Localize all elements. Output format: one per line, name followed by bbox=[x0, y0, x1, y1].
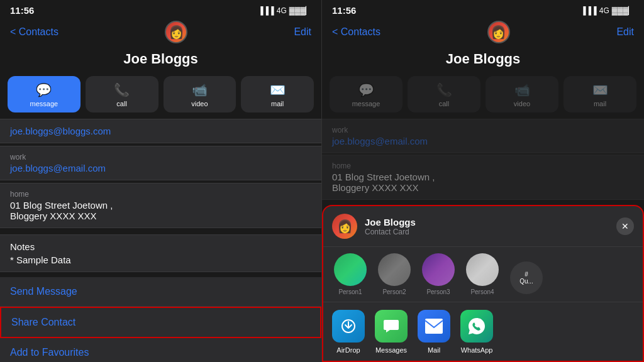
whatsapp-label: WhatsApp bbox=[461, 346, 493, 354]
share-sheet-close-button[interactable]: ✕ bbox=[616, 217, 634, 235]
left-notes-value: * Sample Data bbox=[10, 255, 311, 265]
left-email-work[interactable]: joe.bloggs@email.com bbox=[10, 163, 311, 173]
share-sheet-subtitle: Contact Card bbox=[365, 228, 609, 236]
message-icon: 💬 bbox=[36, 82, 52, 97]
share-contacts-row: Person1 Person2 Person3 Person4 #Qu... bbox=[323, 247, 643, 302]
right-contact-name: Joe Bloggs bbox=[322, 48, 644, 74]
right-nav-bar: < Contacts 👩 Edit bbox=[322, 18, 644, 48]
share-contact-avatar-2 bbox=[378, 253, 411, 286]
left-email-work-label: work bbox=[10, 153, 311, 162]
share-app-messages[interactable]: Messages bbox=[375, 310, 408, 354]
share-contact-item-1[interactable]: Person1 bbox=[332, 253, 369, 295]
right-action-button-video[interactable]: 📹 video bbox=[486, 76, 558, 112]
share-contact-name-2: Person2 bbox=[382, 288, 406, 295]
share-contact-item-3[interactable]: Person3 bbox=[420, 253, 457, 295]
left-email-personal[interactable]: joe.bloggs@bloggs.com bbox=[10, 126, 311, 136]
share-apps-row: AirDrop Messages Mail bbox=[323, 302, 643, 361]
battery-icon: ▓▓▓▏ bbox=[289, 6, 311, 15]
right-email-work-section: work joe.bloggs@email.com bbox=[322, 119, 644, 153]
share-avatar-face: 👩 bbox=[337, 219, 353, 234]
left-notes-section: Notes * Sample Data bbox=[0, 234, 321, 272]
share-sheet-header: 👩 Joe Bloggs Contact Card ✕ bbox=[323, 206, 643, 247]
svg-rect-1 bbox=[425, 319, 443, 334]
messages-icon bbox=[375, 310, 408, 343]
left-phone-panel: 11:56 ▐▐▐ 4G ▓▓▓▏ < Contacts 👩 Edit Joe … bbox=[0, 0, 322, 362]
share-app-mail[interactable]: Mail bbox=[418, 310, 450, 354]
share-contact-item-2[interactable]: Person2 bbox=[376, 253, 413, 295]
share-contact-avatar-1 bbox=[334, 253, 367, 286]
whatsapp-icon bbox=[460, 310, 493, 343]
action-button-call[interactable]: 📞 call bbox=[86, 76, 158, 112]
right-back-button[interactable]: < Contacts bbox=[332, 26, 380, 38]
left-address: 01 Blog Street Joetown ,Bloggery XXXX XX… bbox=[10, 200, 311, 221]
left-email-work-section: work joe.bloggs@email.com bbox=[0, 146, 321, 180]
left-back-button[interactable]: < Contacts bbox=[10, 26, 58, 38]
close-icon: ✕ bbox=[621, 221, 629, 231]
right-action-buttons: 💬 message 📞 call 📹 video ✉️ mail bbox=[322, 74, 644, 118]
left-share-contact-item[interactable]: Share Contact bbox=[0, 307, 321, 338]
left-status-bar: 11:56 ▐▐▐ 4G ▓▓▓▏ bbox=[0, 0, 321, 18]
mail-label: mail bbox=[271, 100, 284, 107]
share-contact-avatar-3 bbox=[422, 253, 455, 286]
share-contact-more-icon: #Qu... bbox=[510, 261, 543, 294]
airdrop-label: AirDrop bbox=[336, 346, 360, 354]
right-action-button-message[interactable]: 💬 message bbox=[330, 76, 402, 112]
right-action-button-call[interactable]: 📞 call bbox=[408, 76, 480, 112]
left-nav-bar: < Contacts 👩 Edit bbox=[0, 18, 321, 48]
action-button-video[interactable]: 📹 video bbox=[164, 76, 236, 112]
mail-icon: ✉️ bbox=[270, 82, 286, 97]
right-video-icon: 📹 bbox=[514, 82, 530, 97]
right-mail-icon: ✉️ bbox=[592, 82, 608, 97]
right-battery-icon: ▓▓▓▏ bbox=[612, 6, 634, 15]
share-contact-name-4: Person4 bbox=[470, 288, 494, 295]
share-sheet-avatar: 👩 bbox=[332, 214, 357, 239]
right-signal-icon: ▐▐▐ bbox=[580, 6, 597, 15]
right-phone-panel: 11:56 ▐▐▐ 4G ▓▓▓▏ < Contacts 👩 Edit Joe … bbox=[322, 0, 644, 362]
right-nav-avatar: 👩 bbox=[487, 21, 510, 43]
right-message-icon: 💬 bbox=[358, 82, 374, 97]
share-sheet: 👩 Joe Bloggs Contact Card ✕ Person1 Pers… bbox=[322, 205, 644, 362]
right-status-time: 11:56 bbox=[332, 5, 356, 16]
left-status-icons: ▐▐▐ 4G ▓▓▓▏ bbox=[258, 6, 311, 15]
left-add-favourites-item[interactable]: Add to Favourites bbox=[0, 338, 321, 362]
message-label: message bbox=[30, 100, 58, 107]
left-address-label: home bbox=[10, 190, 311, 199]
left-actions-list: Send Message Share Contact Add to Favour… bbox=[0, 277, 321, 362]
left-edit-button[interactable]: Edit bbox=[294, 26, 311, 38]
left-action-buttons: 💬 message 📞 call 📹 video ✉️ mail bbox=[0, 74, 321, 118]
airdrop-icon bbox=[332, 310, 365, 343]
left-address-section: home 01 Blog Street Joetown ,Bloggery XX… bbox=[0, 183, 321, 228]
action-button-mail[interactable]: ✉️ mail bbox=[241, 76, 314, 112]
share-sheet-contact-name: Joe Bloggs bbox=[365, 217, 609, 228]
mail-app-label: Mail bbox=[428, 346, 440, 354]
share-contact-avatar-4 bbox=[466, 253, 499, 286]
left-notes-label: Notes bbox=[10, 241, 311, 252]
right-status-bar: 11:56 ▐▐▐ 4G ▓▓▓▏ bbox=[322, 0, 644, 18]
share-contact-name-1: Person1 bbox=[338, 288, 362, 295]
left-email-personal-section: joe.bloggs@bloggs.com bbox=[0, 119, 321, 143]
call-label: call bbox=[116, 100, 127, 107]
right-call-icon: 📞 bbox=[436, 82, 452, 97]
signal-icon: ▐▐▐ bbox=[258, 6, 274, 15]
share-contact-item-4[interactable]: Person4 bbox=[464, 253, 501, 295]
share-sheet-info: Joe Bloggs Contact Card bbox=[365, 217, 609, 236]
left-nav-avatar: 👩 bbox=[165, 21, 187, 43]
left-status-time: 11:56 bbox=[10, 5, 34, 16]
messages-label: Messages bbox=[375, 346, 407, 354]
video-icon: 📹 bbox=[192, 82, 208, 97]
mail-app-icon bbox=[418, 310, 450, 343]
right-action-button-mail[interactable]: ✉️ mail bbox=[564, 76, 636, 112]
right-status-icons: ▐▐▐ 4G ▓▓▓▏ bbox=[580, 6, 634, 15]
right-address-section: home 01 Blog Street Joetown ,Bloggery XX… bbox=[322, 155, 644, 200]
left-send-message-item[interactable]: Send Message bbox=[0, 277, 321, 307]
right-edit-button[interactable]: Edit bbox=[616, 26, 634, 38]
action-button-message[interactable]: 💬 message bbox=[8, 76, 80, 112]
left-contact-name: Joe Bloggs bbox=[0, 48, 321, 74]
right-content-dimmed: work joe.bloggs@email.com home 01 Blog S… bbox=[322, 118, 644, 201]
share-contact-more[interactable]: #Qu... bbox=[508, 253, 545, 295]
video-label: video bbox=[191, 100, 208, 107]
right-network-label: 4G bbox=[599, 6, 609, 15]
share-app-airdrop[interactable]: AirDrop bbox=[332, 310, 365, 354]
share-app-whatsapp[interactable]: WhatsApp bbox=[460, 310, 493, 354]
call-icon: 📞 bbox=[114, 82, 130, 97]
